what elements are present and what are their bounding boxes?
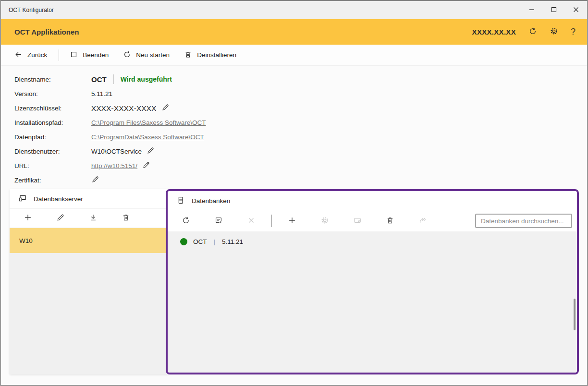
field-version: Version: 5.11.21 — [14, 86, 206, 101]
delete-server-button[interactable] — [110, 209, 142, 228]
uninstall-label: Deinstallieren — [197, 51, 236, 59]
plus-icon — [24, 213, 32, 223]
gear-icon — [320, 216, 329, 226]
pencil-icon — [142, 161, 150, 170]
minimize-icon — [529, 7, 535, 14]
service-name-value: OCT — [91, 75, 107, 84]
pencil-icon — [56, 213, 65, 223]
db-version: 5.11.21 — [222, 238, 243, 245]
uninstall-button[interactable]: Deinstallieren — [184, 50, 236, 60]
scrollbar-thumb[interactable] — [574, 299, 576, 330]
server-list-item-w10[interactable]: W10 — [10, 228, 168, 253]
field-datenpfad: Datenpfad: C:\ProgramData\Saxess Softwar… — [14, 130, 206, 144]
db-list: OCT | 5.11.21 — [168, 231, 577, 373]
field-label: Installationspfad: — [14, 119, 91, 126]
field-label: Dienstname: — [14, 76, 91, 83]
maximize-icon — [551, 7, 557, 14]
field-label: Datenpfad: — [14, 133, 91, 141]
db-panel-title: Datenbanken — [192, 197, 230, 205]
field-dienstname: Dienstname: OCT Wird ausgeführt — [14, 72, 206, 86]
edit-url-button[interactable] — [142, 161, 150, 170]
server-panel-header: Datenbankserver — [10, 189, 168, 208]
x-icon — [247, 216, 256, 226]
arrow-left-icon — [14, 50, 23, 60]
close-button[interactable] — [565, 1, 587, 19]
minimize-button[interactable] — [521, 1, 543, 19]
page-title: OCT Applikationen — [14, 28, 472, 36]
field-label: Zertifikat: — [14, 177, 91, 184]
pencil-icon — [147, 146, 155, 156]
edit-certificate-button[interactable] — [91, 175, 99, 185]
status-divider — [113, 74, 114, 84]
action-toolbar: Zurück Beenden Neu starten Deinstalliere… — [1, 45, 587, 66]
trash-icon — [386, 216, 394, 226]
db-list-item-oct[interactable]: OCT | 5.11.21 — [168, 231, 577, 245]
help-button[interactable]: ? — [571, 27, 576, 37]
add-server-button[interactable] — [12, 209, 44, 228]
service-status-badge: Wird ausgeführt — [121, 75, 172, 83]
inspect-database-button[interactable] — [341, 212, 374, 230]
refresh-databases-button[interactable] — [170, 212, 202, 230]
edit-license-button[interactable] — [161, 103, 170, 113]
field-installationspfad: Installationspfad: C:\Program Files\Saxe… — [14, 115, 206, 130]
pencil-icon — [161, 103, 170, 113]
version-placeholder: XXXX.XX.XX — [472, 28, 516, 36]
service-details: Dienstname: OCT Wird ausgeführt Version:… — [14, 72, 206, 187]
data-path-link[interactable]: C:\ProgramData\Saxess Software\OCT — [91, 133, 204, 141]
restart-service-button[interactable]: Neu starten — [123, 50, 170, 60]
plus-icon — [288, 216, 296, 226]
edit-service-user-button[interactable] — [147, 146, 155, 156]
edit-server-button[interactable] — [44, 209, 77, 228]
stop-service-button[interactable]: Beenden — [70, 50, 109, 60]
license-key-value: XXXX-XXXX-XXXX — [91, 104, 157, 112]
field-label: URL: — [14, 162, 91, 169]
db-name: OCT — [193, 238, 207, 245]
trash-icon — [184, 50, 192, 60]
devices-icon — [18, 194, 27, 204]
service-user-value: W10\OCTService — [91, 148, 142, 155]
restart-icon — [123, 50, 131, 60]
back-button[interactable]: Zurück — [14, 50, 47, 60]
app-header: OCT Applikationen XXXX.XX.XX ? — [1, 19, 587, 45]
person-card-icon — [353, 216, 362, 226]
refresh-button[interactable] — [528, 27, 537, 37]
main-content: Dienstname: OCT Wird ausgeführt Version:… — [1, 66, 587, 385]
status-dot-icon — [180, 238, 187, 245]
header-actions: XXXX.XX.XX ? — [472, 27, 576, 37]
clear-selection-button[interactable] — [235, 212, 268, 230]
help-icon: ? — [571, 27, 576, 37]
download-icon — [89, 213, 98, 223]
server-panel-toolbar — [10, 208, 168, 228]
field-label: Lizenzschlüssel: — [14, 105, 91, 112]
stop-label: Beenden — [83, 51, 109, 59]
database-icon — [176, 196, 185, 206]
delete-database-button[interactable] — [374, 212, 406, 230]
import-server-button[interactable] — [77, 209, 110, 228]
pencil-icon — [91, 175, 99, 185]
settings-button[interactable] — [550, 27, 558, 37]
field-url: URL: http://w10:5151/ — [14, 158, 206, 173]
field-label: Dienstbenutzer: — [14, 148, 91, 155]
server-panel-title: Datenbankserver — [34, 195, 83, 203]
toolbar-divider — [271, 215, 272, 227]
share-database-button[interactable] — [406, 212, 439, 230]
refresh-icon — [528, 27, 537, 37]
service-url-link[interactable]: http://w10:5151/ — [91, 162, 137, 169]
new-from-template-button[interactable] — [202, 212, 235, 230]
maximize-button[interactable] — [543, 1, 565, 19]
field-dienstbenutzer: Dienstbenutzer: W10\OCTService — [14, 144, 206, 158]
back-label: Zurück — [27, 51, 47, 59]
version-value: 5.11.21 — [91, 90, 112, 97]
configure-database-button[interactable] — [308, 212, 341, 230]
database-server-panel: Datenbankserver W10 — [10, 189, 168, 374]
install-path-link[interactable]: C:\Program Files\Saxess Software\OCT — [91, 119, 206, 126]
database-search-input[interactable] — [475, 214, 572, 228]
add-database-button[interactable] — [276, 212, 308, 230]
field-lizenzschluessel: Lizenzschlüssel: XXXX-XXXX-XXXX — [14, 101, 206, 115]
document-plus-icon — [214, 216, 223, 226]
field-zertifikat: Zertifikat: — [14, 173, 206, 187]
refresh-icon — [182, 216, 190, 226]
toolbar-divider — [59, 49, 59, 61]
share-icon — [418, 216, 427, 226]
gear-icon — [550, 27, 558, 37]
